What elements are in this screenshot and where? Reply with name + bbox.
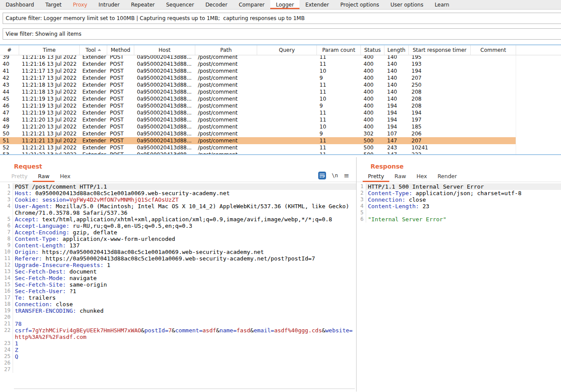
cell-tool: Extender (80, 124, 107, 130)
menu-tab-decoder[interactable]: Decoder (200, 0, 233, 9)
line-number: 22 (0, 327, 13, 334)
column-label: Comment (480, 47, 506, 53)
column-header-start-response-timer[interactable]: Start response timer (409, 45, 471, 55)
cell-host: 0a9500020413d88... (134, 145, 195, 151)
log-row-42[interactable]: 4211:21:17 13 Jul 2022ExtenderPOST0a9500… (0, 74, 561, 81)
cell-length: 140 (384, 75, 409, 81)
cell-params: 9 (317, 131, 361, 137)
cell-status: 400 (361, 75, 384, 81)
cell-host: 0a9500020413d88... (134, 103, 195, 109)
menu-tab-dashboard[interactable]: Dashboard (0, 0, 40, 9)
log-row-53[interactable]: 5311:21:22 13 Jul 2022ExtenderPOST0a9500… (0, 151, 561, 154)
line-content: Referer: https://0a9500020413d88ac08c5c1… (13, 255, 356, 262)
request-tab-pretty[interactable]: Pretty (6, 173, 33, 182)
cell-id: 42 (0, 75, 19, 81)
log-row-40[interactable]: 4011:21:16 13 Jul 2022ExtenderPOST0a9500… (0, 61, 561, 68)
column-label: Length (388, 47, 405, 53)
log-row-43[interactable]: 4311:21:18 13 Jul 2022ExtenderPOST0a9500… (0, 81, 561, 88)
log-row-48[interactable]: 4811:21:20 13 Jul 2022ExtenderPOST0a9500… (0, 116, 561, 123)
cell-length: 140 (384, 61, 409, 67)
log-table-body[interactable]: 3911:21:16 13 Jul 2022ExtenderPOST0a9500… (0, 55, 561, 154)
column-header-comment[interactable]: Comment (471, 45, 516, 55)
capture-filter-bar[interactable]: Capture filter: Logger memory limit set … (3, 13, 561, 24)
log-row-44[interactable]: 4411:21:18 13 Jul 2022ExtenderPOST0a9500… (0, 88, 561, 95)
cell-params: 11 (317, 82, 361, 88)
request-editor[interactable]: 1POST /post/comment HTTP/1.12Host: 0a950… (0, 183, 356, 384)
response-tab-render[interactable]: Render (432, 173, 462, 182)
menu-tab-project-options[interactable]: Project options (335, 0, 385, 9)
cell-path: /post/comment (195, 89, 257, 95)
code-line: 2Content-Type: application/json; charset… (357, 190, 561, 196)
code-line: http%3A%2F%2Fasdf.com (0, 334, 356, 340)
cell-host: 0a9500020413d88... (134, 89, 195, 95)
column-header-status[interactable]: Status (361, 45, 384, 55)
code-line: 2Host: 0a9500020413d88ac08c5c1e001a0069.… (0, 190, 356, 196)
log-row-52[interactable]: 5211:21:21 13 Jul 2022ExtenderPOST0a9500… (0, 144, 561, 151)
cell-status: 400 (361, 55, 384, 60)
column-header-host[interactable]: Host (134, 45, 195, 55)
column-label: Tool (85, 47, 95, 53)
editor-menu-icon[interactable]: ≡ (343, 173, 349, 178)
response-tab-hex[interactable]: Hex (411, 173, 432, 182)
column-header-param-count[interactable]: Param count (317, 45, 361, 55)
menu-tab-learn[interactable]: Learn (429, 0, 455, 9)
view-filter-bar[interactable]: View filter: Showing all items (3, 28, 561, 40)
log-row-45[interactable]: 4511:21:19 13 Jul 2022ExtenderPOST0a9500… (0, 95, 561, 102)
log-row-41[interactable]: 4111:21:17 13 Jul 2022ExtenderPOST0a9500… (0, 68, 561, 74)
log-row-50[interactable]: 5011:21:21 13 Jul 2022ExtenderPOST0a9500… (0, 130, 561, 137)
line-number: 17 (0, 294, 13, 301)
menu-tab-proxy[interactable]: Proxy (67, 0, 93, 9)
line-content (13, 360, 356, 366)
cell-tool: Extender (80, 55, 107, 60)
menu-tab-repeater[interactable]: Repeater (125, 0, 160, 9)
menu-tab-target[interactable]: Target (40, 0, 67, 9)
cell-path: /post/comment (195, 131, 257, 137)
cell-length: 140 (384, 96, 409, 102)
menu-tab-intruder[interactable]: Intruder (93, 0, 125, 9)
column-header-length[interactable]: Length (384, 45, 409, 55)
cell-method: POST (107, 75, 134, 81)
log-row-51[interactable]: 5111:21:21 13 Jul 2022ExtenderPOST0a9500… (0, 137, 516, 144)
cell-tool: Extender (80, 145, 107, 151)
cell-tool: Extender (80, 138, 107, 144)
cell-length: 194 (384, 103, 409, 109)
log-row-47[interactable]: 4711:21:19 13 Jul 2022ExtenderPOST0a9500… (0, 109, 561, 116)
log-row-39[interactable]: 3911:21:16 13 Jul 2022ExtenderPOST0a9500… (0, 55, 561, 61)
cell-path: /post/comment (195, 96, 257, 102)
menu-tab-logger[interactable]: Logger (270, 0, 299, 9)
response-tab-raw[interactable]: Raw (389, 173, 411, 182)
menu-tab-user-options[interactable]: User options (385, 0, 429, 9)
cell-id: 46 (0, 103, 19, 109)
log-row-49[interactable]: 4911:21:20 13 Jul 2022ExtenderPOST0a9500… (0, 123, 561, 130)
cell-id: 50 (0, 131, 19, 137)
line-number: 20 (0, 314, 13, 321)
log-row-46[interactable]: 4611:21:19 13 Jul 2022ExtenderPOST0a9500… (0, 102, 561, 109)
line-content: Cookie: session=VgFWy4D2vMfON7vMNMhjQ1Sc… (13, 196, 356, 203)
cell-id: 43 (0, 82, 19, 88)
column-header-num[interactable]: # (0, 45, 19, 55)
column-header-tool[interactable]: Tool (80, 45, 107, 55)
code-line: Chrome/71.0.3578.98 Safari/537.36 (0, 210, 356, 216)
line-content: csrf=7gYzhMCiFvi4gBEyUEEk7HmHSHM7xWAO&po… (13, 327, 356, 334)
column-header-path[interactable]: Path (195, 45, 257, 55)
code-line: 1POST /post/comment HTTP/1.1 (0, 183, 356, 190)
menu-tab-extender[interactable]: Extender (299, 0, 334, 9)
request-tab-raw[interactable]: Raw (33, 173, 54, 182)
column-header-query[interactable]: Query (257, 45, 317, 55)
response-editor[interactable]: 1HTTP/1.1 500 Internal Server Error2Cont… (357, 183, 561, 384)
cell-params: 10 (317, 124, 361, 130)
response-tab-pretty[interactable]: Pretty (363, 173, 389, 182)
code-line: 9Content-Length: 137 (0, 242, 356, 249)
cell-host: 0a9500020413d88... (134, 152, 195, 154)
cell-id: 47 (0, 110, 19, 116)
line-content: Upgrade-Insecure-Requests: 1 (13, 262, 356, 268)
cell-time: 11:21:20 13 Jul 2022 (19, 124, 80, 130)
wrap-toggle-icon[interactable] (318, 172, 326, 179)
column-header-time[interactable]: Time (19, 45, 80, 55)
menu-tab-sequencer[interactable]: Sequencer (160, 0, 200, 9)
cell-method: POST (107, 55, 134, 60)
request-tab-hex[interactable]: Hex (54, 173, 75, 182)
non-printing-chars-icon[interactable]: \n (332, 172, 338, 179)
menu-tab-comparer[interactable]: Comparer (233, 0, 270, 9)
column-header-method[interactable]: Method (107, 45, 134, 55)
